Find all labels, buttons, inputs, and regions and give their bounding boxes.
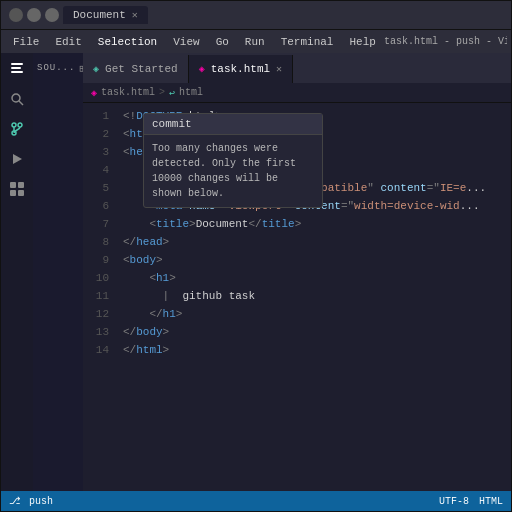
status-branch-icon: ⎇	[9, 495, 21, 507]
svg-rect-10	[18, 182, 24, 188]
activity-extensions-icon[interactable]	[5, 177, 29, 201]
breadcrumb-icon2: ↩	[169, 87, 175, 99]
code-line-7: <title>Document</title>	[123, 215, 503, 233]
svg-rect-9	[10, 182, 16, 188]
line-num-13: 13	[83, 323, 109, 341]
vscode-window: Document ✕ File Edit Selection View Go R…	[0, 0, 512, 512]
menu-file[interactable]: File	[5, 34, 47, 50]
title-tab[interactable]: Document ✕	[63, 6, 148, 24]
code-line-9: <body>	[123, 251, 503, 269]
activity-source-control-icon[interactable]	[5, 117, 29, 141]
status-right: UTF-8 HTML	[439, 496, 503, 507]
sidebar-label: SOU...	[37, 63, 75, 73]
svg-point-7	[18, 123, 22, 127]
menu-bar: File Edit Selection View Go Run Terminal…	[1, 29, 511, 53]
svg-rect-11	[10, 190, 16, 196]
commit-popup: commit Too many changes were detected. O…	[143, 113, 323, 208]
line-num-4: 4	[83, 161, 109, 179]
tab-bar: ◈ Get Started ◈ task.html ✕	[83, 53, 511, 83]
line-num-5: 5	[83, 179, 109, 197]
status-language[interactable]: HTML	[479, 496, 503, 507]
status-branch[interactable]: push	[29, 496, 53, 507]
commit-popup-header: commit	[144, 114, 322, 135]
menu-help[interactable]: Help	[341, 34, 383, 50]
title-tab-label: Document	[73, 9, 126, 21]
tab-get-started[interactable]: ◈ Get Started	[83, 55, 189, 83]
status-encoding[interactable]: UTF-8	[439, 496, 469, 507]
line-num-8: 8	[83, 233, 109, 251]
code-line-14: </html>	[123, 341, 503, 359]
sidebar: SOU... ⊞ ↺ ✓ …	[33, 53, 83, 491]
main-layout: SOU... ⊞ ↺ ✓ … ◈ Get Started ◈ task.html…	[1, 53, 511, 491]
maximize-button[interactable]	[45, 8, 59, 22]
line-num-11: 11	[83, 287, 109, 305]
sidebar-toolbar: SOU... ⊞ ↺ ✓ …	[33, 53, 83, 83]
breadcrumb-icon: ◈	[91, 87, 97, 99]
html-file-icon: ◈	[199, 63, 205, 75]
svg-rect-2	[11, 71, 23, 73]
code-line-8: </head>	[123, 233, 503, 251]
svg-rect-12	[18, 190, 24, 196]
tab-close-icon[interactable]: ✕	[276, 63, 282, 75]
menu-selection[interactable]: Selection	[90, 34, 165, 50]
svg-marker-8	[13, 154, 22, 164]
activity-bar	[1, 53, 33, 491]
activity-run-icon[interactable]	[5, 147, 29, 171]
window-title-right: task.html - push - Visual Studio C...	[384, 36, 507, 47]
breadcrumb: ◈ task.html > ↩ html	[83, 83, 511, 103]
line-numbers: 1 2 3 4 5 6 7 8 9 10 11 12 13 14	[83, 103, 115, 491]
line-num-12: 12	[83, 305, 109, 323]
title-tab-close-icon[interactable]: ✕	[132, 9, 138, 21]
svg-rect-1	[11, 67, 21, 69]
close-button[interactable]	[9, 8, 23, 22]
tab-get-started-label: Get Started	[105, 63, 178, 75]
menu-edit[interactable]: Edit	[47, 34, 89, 50]
tab-task-html[interactable]: ◈ task.html ✕	[189, 55, 293, 83]
menu-terminal[interactable]: Terminal	[273, 34, 342, 50]
minimize-button[interactable]	[27, 8, 41, 22]
line-num-7: 7	[83, 215, 109, 233]
line-num-14: 14	[83, 341, 109, 359]
title-bar: Document ✕	[1, 1, 511, 29]
code-line-12: </h1>	[123, 305, 503, 323]
code-editor: commit Too many changes were detected. O…	[83, 103, 511, 491]
breadcrumb-tag[interactable]: html	[179, 87, 203, 98]
breadcrumb-file[interactable]: task.html	[101, 87, 155, 98]
line-num-2: 2	[83, 125, 109, 143]
line-num-6: 6	[83, 197, 109, 215]
code-line-13: </body>	[123, 323, 503, 341]
tab-task-html-label: task.html	[211, 63, 270, 75]
line-num-10: 10	[83, 269, 109, 287]
code-line-11: | github task	[123, 287, 503, 305]
editor-area: ◈ Get Started ◈ task.html ✕ ◈ task.html …	[83, 53, 511, 491]
menu-view[interactable]: View	[165, 34, 207, 50]
activity-explorer-icon[interactable]	[5, 57, 29, 81]
menu-run[interactable]: Run	[237, 34, 273, 50]
menu-go[interactable]: Go	[208, 34, 237, 50]
code-line-10: <h1>	[123, 269, 503, 287]
breadcrumb-sep: >	[159, 87, 165, 98]
line-num-1: 1	[83, 107, 109, 125]
svg-line-4	[19, 101, 23, 105]
commit-popup-body: Too many changes were detected. Only the…	[144, 135, 322, 207]
activity-search-icon[interactable]	[5, 87, 29, 111]
line-num-9: 9	[83, 251, 109, 269]
svg-point-5	[12, 123, 16, 127]
line-num-3: 3	[83, 143, 109, 161]
get-started-icon: ◈	[93, 63, 99, 75]
status-bar: ⎇ push UTF-8 HTML	[1, 491, 511, 511]
svg-point-3	[12, 94, 20, 102]
svg-rect-0	[11, 63, 23, 65]
